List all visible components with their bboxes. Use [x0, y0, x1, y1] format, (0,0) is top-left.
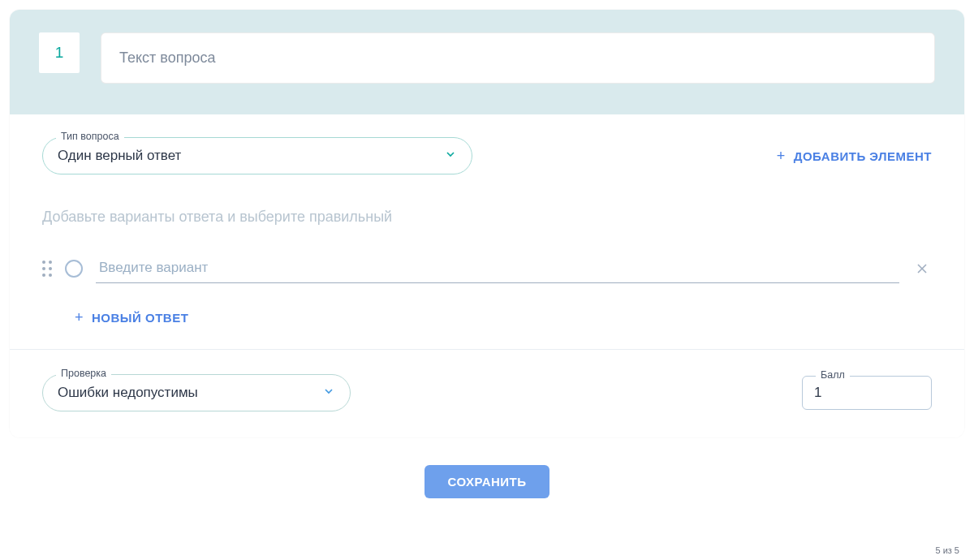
answer-input[interactable] [96, 253, 899, 283]
page-counter: 5 из 5 [935, 545, 959, 555]
save-button[interactable]: СОХРАНИТЬ [425, 465, 549, 498]
question-card: 1 Тип вопроса Один верный ответ + ДОБАВИ… [10, 10, 964, 437]
bottom-row: Проверка Ошибки недопустимы Балл [42, 374, 932, 436]
save-row: СОХРАНИТЬ [0, 447, 974, 523]
question-text-input[interactable] [101, 32, 935, 84]
top-row: Тип вопроса Один верный ответ + ДОБАВИТЬ… [42, 137, 932, 174]
score-field: Балл [802, 376, 932, 410]
divider [10, 349, 964, 350]
question-type-select[interactable]: Тип вопроса Один верный ответ [42, 137, 472, 174]
plus-icon: + [777, 148, 786, 165]
add-element-label: ДОБАВИТЬ ЭЛЕМЕНТ [794, 149, 932, 163]
check-select[interactable]: Проверка Ошибки недопустимы [42, 374, 351, 411]
question-number: 1 [39, 32, 80, 73]
question-body: Тип вопроса Один верный ответ + ДОБАВИТЬ… [10, 114, 964, 437]
chevron-down-icon [444, 148, 457, 164]
score-input[interactable] [814, 385, 920, 401]
answers-hint: Добавьте варианты ответа и выберите прав… [42, 209, 932, 226]
new-answer-button[interactable]: + НОВЫЙ ОТВЕТ [75, 309, 188, 326]
answer-radio[interactable] [65, 260, 83, 278]
new-answer-label: НОВЫЙ ОТВЕТ [92, 311, 188, 325]
check-label: Проверка [56, 368, 111, 379]
score-label: Балл [816, 369, 850, 381]
check-value: Ошибки недопустимы [58, 385, 322, 401]
delete-answer-button[interactable] [912, 259, 932, 278]
drag-handle-icon[interactable] [42, 261, 52, 277]
question-header: 1 [10, 10, 964, 114]
question-type-value: Один верный ответ [58, 148, 444, 164]
question-type-label: Тип вопроса [56, 131, 124, 142]
add-element-button[interactable]: + ДОБАВИТЬ ЭЛЕМЕНТ [777, 148, 932, 165]
plus-icon: + [75, 309, 84, 326]
answer-row [42, 253, 932, 283]
chevron-down-icon [322, 385, 335, 401]
